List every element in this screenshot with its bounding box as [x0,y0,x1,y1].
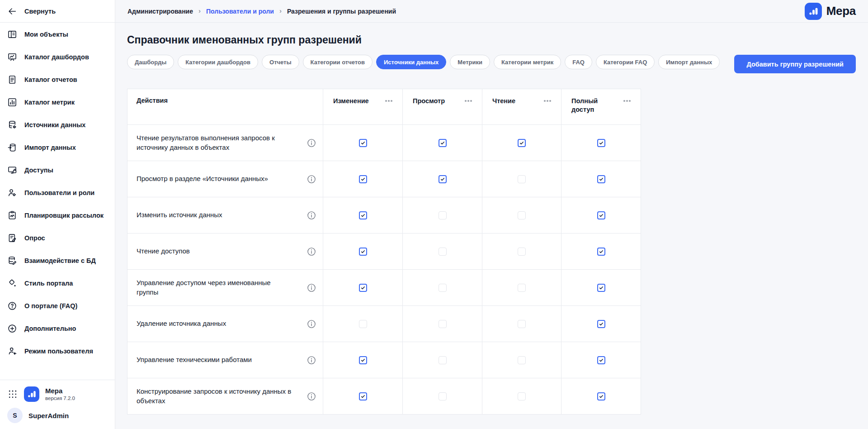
column-menu-icon[interactable] [465,100,472,102]
permission-checkbox[interactable] [439,139,447,147]
sidebar-item-accesses[interactable]: Доступы [0,159,115,181]
table-cell [323,124,403,161]
sidebar-item-additional[interactable]: Дополнительно [0,317,115,340]
permission-checkbox[interactable] [439,392,447,400]
permission-checkbox[interactable] [518,392,526,400]
tab-1[interactable]: Категории дашбордов [178,55,258,69]
sidebar-item-about-faq[interactable]: О портале (FAQ) [0,295,115,317]
user-name: SuperAdmin [28,412,69,419]
info-icon[interactable] [307,319,316,329]
permission-checkbox[interactable] [359,356,367,364]
permission-checkbox[interactable] [359,139,367,147]
tab-4[interactable]: Источники данных [376,55,446,69]
permission-checkbox[interactable] [359,248,367,256]
column-menu-icon[interactable] [623,100,631,102]
sidebar-item-report-catalog[interactable]: Каталог отчетов [0,68,115,91]
permission-checkbox[interactable] [518,320,526,328]
content: Справочник именованных групп разрешений … [115,23,868,415]
permission-checkbox[interactable] [597,211,605,219]
sidebar-collapse-button[interactable]: Свернуть [0,0,115,23]
sidebar-item-mailing-scheduler[interactable]: Планировщик рассылок [0,204,115,227]
permission-checkbox[interactable] [518,248,526,256]
permission-checkbox[interactable] [518,139,526,147]
info-icon[interactable] [307,283,316,293]
permission-checkbox[interactable] [359,320,367,328]
sidebar-item-user-mode[interactable]: Режим пользователя [0,340,115,362]
user-menu[interactable]: S SuperAdmin [0,405,115,426]
info-icon[interactable] [307,391,316,401]
breadcrumb: Администрирование › Пользователи и роли … [127,7,396,15]
permission-checkbox[interactable] [597,392,605,400]
permission-checkbox[interactable] [439,284,447,292]
database-pencil-icon [7,256,17,266]
sidebar-bottom: Мера версия 7.2.0 S SuperAdmin [0,380,115,429]
sidebar-item-survey[interactable]: Опрос [0,227,115,249]
permission-checkbox[interactable] [359,175,367,183]
permission-checkbox[interactable] [597,248,605,256]
table-cell [482,269,561,305]
permission-checkbox[interactable] [359,392,367,400]
info-icon[interactable] [307,138,316,148]
permission-checkbox[interactable] [359,284,367,292]
info-icon[interactable] [307,174,316,184]
column-menu-icon[interactable] [544,100,551,102]
permission-checkbox[interactable] [597,175,605,183]
permission-checkbox[interactable] [597,284,605,292]
permission-checkbox[interactable] [439,175,447,183]
table-cell [561,378,641,414]
sidebar-collapse-label: Свернуть [24,8,56,15]
brand-row: Мера версия 7.2.0 [0,384,115,405]
tab-3[interactable]: Категории отчетов [303,55,373,69]
table-cell [323,197,403,233]
sidebar: Свернуть Мои объектыКаталог дашбордовКат… [0,0,115,429]
column-header-3: Полный доступ [561,89,641,124]
tab-8[interactable]: Категории FAQ [596,55,655,69]
info-icon[interactable] [307,355,316,365]
permission-checkbox[interactable] [518,356,526,364]
table-cell [482,124,561,161]
table-cell [561,161,641,197]
table-row-action: Управление доступом через именованные гр… [127,269,323,305]
permission-checkbox[interactable] [439,248,447,256]
sidebar-item-dashboard-catalog[interactable]: Каталог дашбордов [0,46,115,68]
permission-checkbox[interactable] [359,211,367,219]
sidebar-item-db-interaction[interactable]: Взаимодействие с БД [0,249,115,272]
clipboard-chart-icon [7,210,17,220]
permission-checkbox[interactable] [439,356,447,364]
permission-checkbox[interactable] [518,211,526,219]
info-icon[interactable] [307,247,316,257]
permission-checkbox[interactable] [518,284,526,292]
permission-checkbox[interactable] [439,211,447,219]
sidebar-item-data-sources[interactable]: Источники данных [0,114,115,136]
tab-7[interactable]: FAQ [565,55,592,69]
user-switch-icon [7,346,17,356]
breadcrumb-users-roles-link[interactable]: Пользователи и роли [206,8,274,15]
table-row-action: Чтение доступов [127,233,323,269]
permission-checkbox[interactable] [439,320,447,328]
permission-checkbox[interactable] [597,320,605,328]
tab-9[interactable]: Импорт данных [658,55,720,69]
sidebar-item-my-objects[interactable]: Мои объекты [0,23,115,46]
sidebar-item-users-roles[interactable]: Пользователи и роли [0,181,115,204]
permission-checkbox[interactable] [597,356,605,364]
sidebar-item-portal-style[interactable]: Стиль портала [0,272,115,295]
tab-6[interactable]: Категории метрик [494,55,561,69]
tab-0[interactable]: Дашборды [127,55,174,69]
breadcrumb-permissions: Разрешения и группы разрешений [287,8,396,15]
permission-checkbox[interactable] [597,139,605,147]
tab-5[interactable]: Метрики [450,55,490,69]
info-icon[interactable] [307,210,316,220]
sidebar-item-data-import[interactable]: Импорт данных [0,136,115,159]
table-cell [323,269,403,305]
sidebar-item-label: Источники данных [24,121,85,129]
sidebar-item-label: Каталог метрик [24,99,75,106]
column-menu-icon[interactable] [385,100,392,102]
tab-2[interactable]: Отчеты [262,55,299,69]
sidebar-item-label: Опрос [24,234,45,242]
user-gear-icon [7,188,17,198]
add-permission-group-button[interactable]: Добавить группу разрешений [734,55,856,73]
permission-checkbox[interactable] [518,175,526,183]
table-cell [561,305,641,342]
apps-grid-icon[interactable] [7,389,18,400]
sidebar-item-metric-catalog[interactable]: Каталог метрик [0,91,115,114]
